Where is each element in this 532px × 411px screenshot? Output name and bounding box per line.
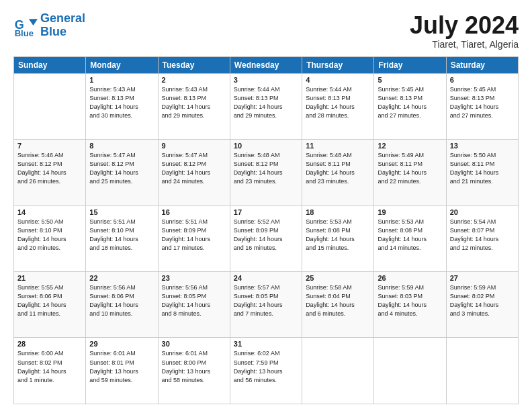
day-info: Sunrise: 6:01 AM Sunset: 8:01 PM Dayligh…	[89, 349, 154, 384]
calendar-cell: 9Sunrise: 5:47 AM Sunset: 8:12 PM Daylig…	[158, 140, 230, 205]
day-info: Sunrise: 5:43 AM Sunset: 8:13 PM Dayligh…	[162, 85, 226, 120]
calendar-week-row: 28Sunrise: 6:00 AM Sunset: 8:02 PM Dayli…	[14, 338, 519, 404]
day-info: Sunrise: 5:49 AM Sunset: 8:11 PM Dayligh…	[378, 151, 442, 186]
calendar-cell: 21Sunrise: 5:55 AM Sunset: 8:06 PM Dayli…	[14, 272, 86, 338]
day-info: Sunrise: 6:00 AM Sunset: 8:02 PM Dayligh…	[17, 349, 82, 384]
day-info: Sunrise: 6:02 AM Sunset: 7:59 PM Dayligh…	[234, 349, 298, 384]
day-info: Sunrise: 5:45 AM Sunset: 8:13 PM Dayligh…	[378, 85, 442, 120]
day-info: Sunrise: 5:55 AM Sunset: 8:06 PM Dayligh…	[17, 283, 82, 318]
day-info: Sunrise: 5:46 AM Sunset: 8:12 PM Dayligh…	[17, 151, 82, 186]
day-number: 5	[378, 76, 442, 84]
calendar-cell: 3Sunrise: 5:44 AM Sunset: 8:13 PM Daylig…	[230, 73, 302, 139]
calendar-week-row: 1Sunrise: 5:43 AM Sunset: 8:13 PM Daylig…	[14, 73, 519, 139]
page: G Blue General Blue July 2024 Tiaret, Ti…	[0, 0, 532, 411]
day-number: 16	[162, 208, 226, 216]
day-number: 30	[162, 340, 226, 348]
day-number: 31	[234, 340, 298, 348]
day-info: Sunrise: 5:59 AM Sunset: 8:03 PM Dayligh…	[378, 283, 442, 318]
day-number: 3	[234, 76, 298, 84]
logo-name-line2: Blue	[40, 26, 85, 39]
logo: G Blue General Blue	[13, 12, 85, 39]
svg-text:Blue: Blue	[15, 28, 34, 38]
day-number: 7	[17, 142, 82, 150]
day-number: 22	[89, 274, 154, 282]
calendar-cell: 6Sunrise: 5:45 AM Sunset: 8:13 PM Daylig…	[446, 73, 518, 139]
calendar-title: July 2024	[410, 12, 519, 39]
header: G Blue General Blue July 2024 Tiaret, Ti…	[13, 12, 519, 50]
day-info: Sunrise: 5:56 AM Sunset: 8:06 PM Dayligh…	[89, 283, 154, 318]
calendar-cell: 30Sunrise: 6:01 AM Sunset: 8:00 PM Dayli…	[158, 338, 230, 404]
day-number: 9	[162, 142, 226, 150]
day-number: 2	[162, 76, 226, 84]
day-number: 29	[89, 340, 154, 348]
calendar-cell: 25Sunrise: 5:58 AM Sunset: 8:04 PM Dayli…	[302, 272, 374, 338]
header-row: SundayMondayTuesdayWednesdayThursdayFrid…	[14, 56, 519, 73]
calendar-cell: 7Sunrise: 5:46 AM Sunset: 8:12 PM Daylig…	[14, 140, 86, 205]
day-number: 1	[89, 76, 154, 84]
calendar-cell: 24Sunrise: 5:57 AM Sunset: 8:05 PM Dayli…	[230, 272, 302, 338]
day-of-week-header: Tuesday	[158, 56, 230, 73]
day-of-week-header: Sunday	[14, 56, 86, 73]
calendar-cell	[302, 338, 374, 404]
day-info: Sunrise: 5:57 AM Sunset: 8:05 PM Dayligh…	[234, 283, 298, 318]
day-info: Sunrise: 5:53 AM Sunset: 8:08 PM Dayligh…	[306, 218, 370, 253]
day-number: 10	[234, 142, 298, 150]
day-info: Sunrise: 6:01 AM Sunset: 8:00 PM Dayligh…	[162, 349, 226, 384]
calendar-cell: 26Sunrise: 5:59 AM Sunset: 8:03 PM Dayli…	[374, 272, 446, 338]
day-info: Sunrise: 5:44 AM Sunset: 8:13 PM Dayligh…	[306, 85, 370, 120]
calendar-cell: 18Sunrise: 5:53 AM Sunset: 8:08 PM Dayli…	[302, 205, 374, 271]
day-info: Sunrise: 5:44 AM Sunset: 8:13 PM Dayligh…	[234, 85, 298, 120]
calendar-cell: 17Sunrise: 5:52 AM Sunset: 8:09 PM Dayli…	[230, 205, 302, 271]
calendar-cell: 23Sunrise: 5:56 AM Sunset: 8:05 PM Dayli…	[158, 272, 230, 338]
day-number: 17	[234, 208, 298, 216]
day-info: Sunrise: 5:45 AM Sunset: 8:13 PM Dayligh…	[450, 85, 515, 120]
day-number: 21	[17, 274, 82, 282]
calendar-cell: 22Sunrise: 5:56 AM Sunset: 8:06 PM Dayli…	[86, 272, 158, 338]
day-info: Sunrise: 5:48 AM Sunset: 8:12 PM Dayligh…	[234, 151, 298, 186]
title-block: July 2024 Tiaret, Tiaret, Algeria	[410, 12, 519, 50]
calendar-cell	[446, 338, 518, 404]
calendar-cell: 8Sunrise: 5:47 AM Sunset: 8:12 PM Daylig…	[86, 140, 158, 205]
day-number: 12	[378, 142, 442, 150]
calendar-cell: 1Sunrise: 5:43 AM Sunset: 8:13 PM Daylig…	[86, 73, 158, 139]
day-number: 6	[450, 76, 515, 84]
calendar-cell: 20Sunrise: 5:54 AM Sunset: 8:07 PM Dayli…	[446, 205, 518, 271]
day-number: 23	[162, 274, 226, 282]
day-of-week-header: Thursday	[302, 56, 374, 73]
day-number: 14	[17, 208, 82, 216]
day-info: Sunrise: 5:51 AM Sunset: 8:09 PM Dayligh…	[162, 218, 226, 253]
day-info: Sunrise: 5:56 AM Sunset: 8:05 PM Dayligh…	[162, 283, 226, 318]
day-number: 8	[89, 142, 154, 150]
day-info: Sunrise: 5:43 AM Sunset: 8:13 PM Dayligh…	[89, 85, 154, 120]
day-info: Sunrise: 5:47 AM Sunset: 8:12 PM Dayligh…	[89, 151, 154, 186]
calendar-header: SundayMondayTuesdayWednesdayThursdayFrid…	[14, 56, 519, 73]
day-number: 26	[378, 274, 442, 282]
calendar-cell	[14, 73, 86, 139]
logo-icon: G Blue	[13, 13, 38, 38]
day-info: Sunrise: 5:52 AM Sunset: 8:09 PM Dayligh…	[234, 218, 298, 253]
calendar-cell	[374, 338, 446, 404]
day-info: Sunrise: 5:59 AM Sunset: 8:02 PM Dayligh…	[450, 283, 515, 318]
day-number: 18	[306, 208, 370, 216]
logo-name-line1: General	[40, 12, 85, 26]
day-info: Sunrise: 5:58 AM Sunset: 8:04 PM Dayligh…	[306, 283, 370, 318]
calendar-cell: 28Sunrise: 6:00 AM Sunset: 8:02 PM Dayli…	[14, 338, 86, 404]
day-number: 15	[89, 208, 154, 216]
day-info: Sunrise: 5:51 AM Sunset: 8:10 PM Dayligh…	[89, 218, 154, 253]
day-number: 27	[450, 274, 515, 282]
calendar-body: 1Sunrise: 5:43 AM Sunset: 8:13 PM Daylig…	[14, 73, 519, 404]
calendar-cell: 29Sunrise: 6:01 AM Sunset: 8:01 PM Dayli…	[86, 338, 158, 404]
day-info: Sunrise: 5:47 AM Sunset: 8:12 PM Dayligh…	[162, 151, 226, 186]
calendar-cell: 19Sunrise: 5:53 AM Sunset: 8:08 PM Dayli…	[374, 205, 446, 271]
day-info: Sunrise: 5:53 AM Sunset: 8:08 PM Dayligh…	[378, 218, 442, 253]
day-info: Sunrise: 5:48 AM Sunset: 8:11 PM Dayligh…	[306, 151, 370, 186]
calendar-cell: 11Sunrise: 5:48 AM Sunset: 8:11 PM Dayli…	[302, 140, 374, 205]
calendar-cell: 4Sunrise: 5:44 AM Sunset: 8:13 PM Daylig…	[302, 73, 374, 139]
calendar-cell: 14Sunrise: 5:50 AM Sunset: 8:10 PM Dayli…	[14, 205, 86, 271]
calendar-cell: 15Sunrise: 5:51 AM Sunset: 8:10 PM Dayli…	[86, 205, 158, 271]
day-of-week-header: Wednesday	[230, 56, 302, 73]
day-info: Sunrise: 5:50 AM Sunset: 8:11 PM Dayligh…	[450, 151, 515, 186]
day-number: 25	[306, 274, 370, 282]
day-number: 19	[378, 208, 442, 216]
day-number: 20	[450, 208, 515, 216]
